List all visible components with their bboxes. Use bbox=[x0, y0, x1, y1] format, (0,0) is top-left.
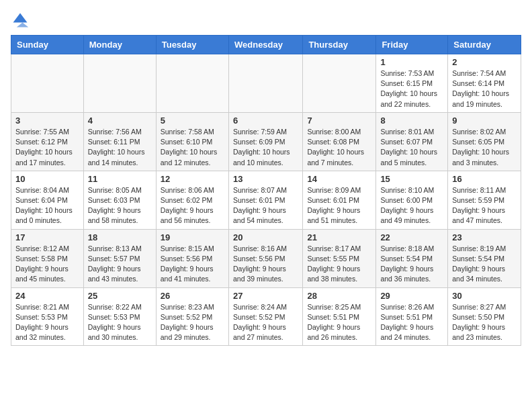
day-info: Sunrise: 8:09 AM Sunset: 6:01 PM Dayligh… bbox=[307, 185, 371, 226]
day-info: Sunrise: 8:26 AM Sunset: 5:51 PM Dayligh… bbox=[380, 302, 443, 343]
calendar-cell: 10Sunrise: 8:04 AM Sunset: 6:04 PM Dayli… bbox=[11, 171, 84, 229]
day-number: 1 bbox=[380, 57, 443, 67]
logo bbox=[11, 11, 32, 30]
day-info: Sunrise: 8:17 AM Sunset: 5:55 PM Dayligh… bbox=[307, 244, 371, 285]
calendar-cell: 9Sunrise: 8:02 AM Sunset: 6:05 PM Daylig… bbox=[448, 112, 521, 171]
calendar-cell: 24Sunrise: 8:21 AM Sunset: 5:53 PM Dayli… bbox=[11, 287, 84, 346]
day-number: 14 bbox=[307, 174, 371, 184]
day-number: 29 bbox=[380, 291, 443, 301]
calendar-week-row: 10Sunrise: 8:04 AM Sunset: 6:04 PM Dayli… bbox=[11, 171, 521, 229]
day-number: 4 bbox=[88, 116, 152, 126]
day-info: Sunrise: 8:01 AM Sunset: 6:07 PM Dayligh… bbox=[380, 127, 443, 168]
calendar-cell: 4Sunrise: 7:56 AM Sunset: 6:11 PM Daylig… bbox=[83, 112, 156, 171]
day-number: 23 bbox=[452, 232, 517, 242]
calendar-table: SundayMondayTuesdayWednesdayThursdayFrid… bbox=[11, 35, 521, 346]
day-info: Sunrise: 7:54 AM Sunset: 6:14 PM Dayligh… bbox=[452, 68, 517, 109]
calendar-cell: 21Sunrise: 8:17 AM Sunset: 5:55 PM Dayli… bbox=[303, 229, 376, 287]
day-number: 9 bbox=[452, 116, 517, 126]
day-info: Sunrise: 7:56 AM Sunset: 6:11 PM Dayligh… bbox=[88, 127, 152, 168]
calendar-week-row: 1Sunrise: 7:53 AM Sunset: 6:15 PM Daylig… bbox=[11, 54, 521, 113]
day-number: 8 bbox=[380, 116, 443, 126]
calendar-cell: 15Sunrise: 8:10 AM Sunset: 6:00 PM Dayli… bbox=[376, 171, 448, 229]
day-number: 17 bbox=[15, 232, 79, 242]
weekday-header-row: SundayMondayTuesdayWednesdayThursdayFrid… bbox=[11, 36, 521, 54]
day-info: Sunrise: 8:06 AM Sunset: 6:02 PM Dayligh… bbox=[161, 185, 224, 226]
calendar-cell: 23Sunrise: 8:19 AM Sunset: 5:54 PM Dayli… bbox=[448, 229, 521, 287]
day-info: Sunrise: 8:23 AM Sunset: 5:52 PM Dayligh… bbox=[161, 302, 224, 343]
day-number: 27 bbox=[233, 291, 298, 301]
calendar-cell: 1Sunrise: 7:53 AM Sunset: 6:15 PM Daylig… bbox=[376, 54, 448, 113]
calendar-cell: 5Sunrise: 7:58 AM Sunset: 6:10 PM Daylig… bbox=[156, 112, 228, 171]
day-info: Sunrise: 7:53 AM Sunset: 6:15 PM Dayligh… bbox=[380, 68, 443, 109]
day-info: Sunrise: 8:07 AM Sunset: 6:01 PM Dayligh… bbox=[233, 185, 298, 226]
weekday-header-wednesday: Wednesday bbox=[228, 36, 302, 54]
day-info: Sunrise: 8:12 AM Sunset: 5:58 PM Dayligh… bbox=[15, 244, 79, 285]
day-info: Sunrise: 8:00 AM Sunset: 6:08 PM Dayligh… bbox=[307, 127, 371, 168]
day-number: 13 bbox=[233, 174, 298, 184]
calendar-cell: 26Sunrise: 8:23 AM Sunset: 5:52 PM Dayli… bbox=[156, 287, 228, 346]
day-info: Sunrise: 8:24 AM Sunset: 5:52 PM Dayligh… bbox=[233, 302, 298, 343]
weekday-header-thursday: Thursday bbox=[303, 36, 376, 54]
calendar-cell: 11Sunrise: 8:05 AM Sunset: 6:03 PM Dayli… bbox=[83, 171, 156, 229]
day-number: 10 bbox=[15, 174, 79, 184]
calendar-cell: 13Sunrise: 8:07 AM Sunset: 6:01 PM Dayli… bbox=[228, 171, 302, 229]
day-info: Sunrise: 8:18 AM Sunset: 5:54 PM Dayligh… bbox=[380, 244, 443, 285]
day-number: 20 bbox=[233, 232, 298, 242]
day-info: Sunrise: 8:11 AM Sunset: 5:59 PM Dayligh… bbox=[452, 185, 517, 226]
calendar-cell: 30Sunrise: 8:27 AM Sunset: 5:50 PM Dayli… bbox=[448, 287, 521, 346]
day-info: Sunrise: 8:04 AM Sunset: 6:04 PM Dayligh… bbox=[15, 185, 79, 226]
calendar-cell: 29Sunrise: 8:26 AM Sunset: 5:51 PM Dayli… bbox=[376, 287, 448, 346]
calendar-cell: 20Sunrise: 8:16 AM Sunset: 5:56 PM Dayli… bbox=[228, 229, 302, 287]
calendar-cell: 16Sunrise: 8:11 AM Sunset: 5:59 PM Dayli… bbox=[448, 171, 521, 229]
day-info: Sunrise: 8:27 AM Sunset: 5:50 PM Dayligh… bbox=[452, 302, 517, 343]
calendar-cell: 25Sunrise: 8:22 AM Sunset: 5:53 PM Dayli… bbox=[83, 287, 156, 346]
day-number: 28 bbox=[307, 291, 371, 301]
calendar-cell: 2Sunrise: 7:54 AM Sunset: 6:14 PM Daylig… bbox=[448, 54, 521, 113]
day-number: 21 bbox=[307, 232, 371, 242]
day-info: Sunrise: 7:55 AM Sunset: 6:12 PM Dayligh… bbox=[15, 127, 79, 168]
day-info: Sunrise: 8:21 AM Sunset: 5:53 PM Dayligh… bbox=[15, 302, 79, 343]
svg-marker-1 bbox=[17, 23, 29, 28]
day-info: Sunrise: 8:05 AM Sunset: 6:03 PM Dayligh… bbox=[88, 185, 152, 226]
day-info: Sunrise: 8:10 AM Sunset: 6:00 PM Dayligh… bbox=[380, 185, 443, 226]
day-info: Sunrise: 8:15 AM Sunset: 5:56 PM Dayligh… bbox=[161, 244, 224, 285]
calendar-cell bbox=[83, 54, 156, 113]
logo-icon bbox=[11, 11, 30, 30]
calendar-cell: 17Sunrise: 8:12 AM Sunset: 5:58 PM Dayli… bbox=[11, 229, 84, 287]
day-number: 11 bbox=[88, 174, 152, 184]
calendar-cell: 28Sunrise: 8:25 AM Sunset: 5:51 PM Dayli… bbox=[303, 287, 376, 346]
day-number: 7 bbox=[307, 116, 371, 126]
day-info: Sunrise: 8:13 AM Sunset: 5:57 PM Dayligh… bbox=[88, 244, 152, 285]
day-number: 24 bbox=[15, 291, 79, 301]
day-number: 12 bbox=[161, 174, 224, 184]
calendar-cell: 27Sunrise: 8:24 AM Sunset: 5:52 PM Dayli… bbox=[228, 287, 302, 346]
day-info: Sunrise: 8:02 AM Sunset: 6:05 PM Dayligh… bbox=[452, 127, 517, 168]
day-info: Sunrise: 7:59 AM Sunset: 6:09 PM Dayligh… bbox=[233, 127, 298, 168]
calendar-cell bbox=[156, 54, 228, 113]
calendar-cell: 7Sunrise: 8:00 AM Sunset: 6:08 PM Daylig… bbox=[303, 112, 376, 171]
calendar-cell: 12Sunrise: 8:06 AM Sunset: 6:02 PM Dayli… bbox=[156, 171, 228, 229]
day-number: 18 bbox=[88, 232, 152, 242]
day-number: 25 bbox=[88, 291, 152, 301]
day-number: 30 bbox=[452, 291, 517, 301]
day-number: 16 bbox=[452, 174, 517, 184]
calendar-week-row: 3Sunrise: 7:55 AM Sunset: 6:12 PM Daylig… bbox=[11, 112, 521, 171]
calendar-cell bbox=[11, 54, 84, 113]
day-number: 15 bbox=[380, 174, 443, 184]
svg-marker-0 bbox=[13, 13, 28, 23]
calendar-cell: 18Sunrise: 8:13 AM Sunset: 5:57 PM Dayli… bbox=[83, 229, 156, 287]
calendar-week-row: 24Sunrise: 8:21 AM Sunset: 5:53 PM Dayli… bbox=[11, 287, 521, 346]
calendar-week-row: 17Sunrise: 8:12 AM Sunset: 5:58 PM Dayli… bbox=[11, 229, 521, 287]
calendar-cell: 3Sunrise: 7:55 AM Sunset: 6:12 PM Daylig… bbox=[11, 112, 84, 171]
day-info: Sunrise: 7:58 AM Sunset: 6:10 PM Dayligh… bbox=[161, 127, 224, 168]
page-header bbox=[11, 11, 521, 30]
day-number: 26 bbox=[161, 291, 224, 301]
day-info: Sunrise: 8:22 AM Sunset: 5:53 PM Dayligh… bbox=[88, 302, 152, 343]
day-number: 2 bbox=[452, 57, 517, 67]
calendar-cell bbox=[228, 54, 302, 113]
calendar-cell: 14Sunrise: 8:09 AM Sunset: 6:01 PM Dayli… bbox=[303, 171, 376, 229]
day-number: 22 bbox=[380, 232, 443, 242]
day-number: 5 bbox=[161, 116, 224, 126]
calendar-cell: 6Sunrise: 7:59 AM Sunset: 6:09 PM Daylig… bbox=[228, 112, 302, 171]
calendar-cell: 19Sunrise: 8:15 AM Sunset: 5:56 PM Dayli… bbox=[156, 229, 228, 287]
